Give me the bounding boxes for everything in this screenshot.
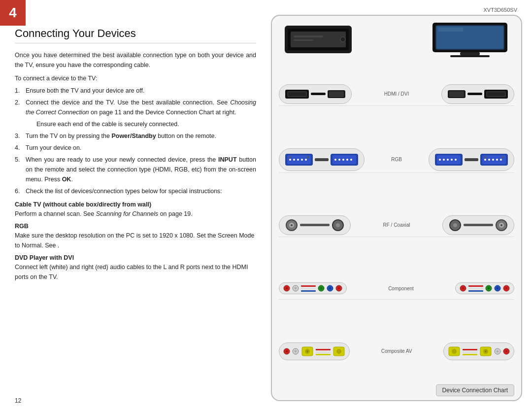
component-source-plugs [283,285,342,292]
comp-av-tv-white [494,348,501,355]
svg-point-53 [484,156,486,158]
svg-point-42 [447,159,449,161]
step-6-num: 6. [15,186,26,196]
svg-rect-4 [294,35,323,37]
svg-rect-18 [449,91,464,97]
hdmi-left [279,84,352,104]
rgb-title: RGB [15,223,256,230]
connection-sections: HDMI / DVI [279,62,514,382]
svg-point-50 [496,159,498,161]
step-6-text: Check the list of devices/connection typ… [26,186,256,196]
step-1: 1. Ensure both the TV and your device ar… [15,86,256,96]
dvd-title: DVD Player with DVI [15,254,256,261]
component-source-oval [279,282,347,294]
comp-av-white-plug [292,348,299,355]
comp-av-tv-yellow-port [448,345,461,358]
rf-cable [300,224,330,226]
vga-cable [315,158,329,161]
step-5-num: 5. [15,155,26,184]
cable-tv-section: Cable TV (without cable box/directly fro… [15,201,256,219]
comp-av-yellow-plug [301,345,314,358]
component-red-plug [283,285,290,292]
hdmi-row: HDMI / DVI [279,83,514,106]
right-diagram-panel: HDMI / DVI [271,15,522,401]
vga-source-plug [285,152,313,168]
svg-rect-10 [450,55,490,57]
svg-point-75 [462,287,464,289]
rf-source-plug [285,219,298,232]
hdmi-cable-left [311,93,326,95]
step-ensure: Ensure each end of the cable is securely… [26,119,256,129]
svg-point-25 [293,159,295,161]
svg-point-95 [485,350,487,352]
vga-cable-right [465,158,478,161]
step-3-num: 3. [15,131,26,141]
comp-av-red-plug [283,348,290,355]
comp-tv-r2 [503,285,510,292]
rf-tv-oval [442,215,514,235]
svg-rect-14 [288,92,306,96]
svg-point-71 [329,287,331,289]
svg-point-67 [295,287,297,289]
tv-device-icon [431,22,509,57]
svg-point-47 [484,159,486,161]
step-2-num: 2. [15,98,26,117]
rf-left [279,215,351,235]
to-connect-label: To connect a device to the TV: [15,75,256,82]
page-badge-number: 4 [9,6,17,20]
hdmi-source-oval [279,84,352,104]
svg-point-99 [505,350,507,352]
rf-label: RF / Coaxial [377,222,416,228]
svg-point-81 [505,287,507,289]
svg-point-79 [497,287,499,289]
step-2-text: Connect the device and the TV. Use the b… [26,98,256,117]
svg-point-83 [286,350,288,352]
bottom-page-number: 12 [15,397,21,404]
chart-label: Device Connection Chart [436,384,514,396]
rf-tv-port [449,219,462,232]
svg-point-33 [334,159,336,161]
hdmi-tv-plug [484,88,508,101]
svg-rect-21 [487,92,505,96]
svg-point-28 [305,159,307,161]
component-left [279,282,347,294]
component-right [455,282,514,294]
component-label: Component [381,286,421,291]
svg-point-52 [502,156,504,158]
svg-point-77 [488,287,490,289]
step-5-text: When you are ready to use your newly con… [26,155,256,184]
composite-tv-oval [443,342,514,360]
svg-point-92 [452,349,457,354]
rgb-section: RGB Make sure the desktop resolution on … [15,223,256,250]
svg-point-3 [340,37,345,42]
dvd-body: Connect left (white) and right (red) aud… [15,262,256,282]
svg-point-63 [500,224,502,226]
rf-right [442,215,514,235]
source-device-icon [284,22,353,57]
step-2: 2. Connect the device and the TV. Use th… [15,98,256,117]
page-badge: 4 [0,0,26,26]
step-ensure-text: Ensure each end of the cable is securely… [36,119,256,129]
hdmi-tv-port [448,89,466,99]
step-6: 6. Check the list of devices/connection … [15,186,256,196]
svg-point-65 [286,287,288,289]
hdmi-tv-oval [441,84,514,104]
step-4-text: Turn your device on. [26,143,256,153]
svg-point-24 [289,159,291,161]
hdmi-right [441,84,514,104]
svg-point-88 [306,350,308,352]
rgb-row: RGB [279,147,514,173]
rgb-right [429,148,514,171]
rf-tv-plug [495,219,508,232]
svg-rect-11 [438,28,463,32]
step-ensure-num [26,119,36,129]
svg-point-56 [291,224,293,226]
comp-cable-r [301,285,316,287]
hdmi-cable-right [467,93,482,95]
step-1-num: 1. [15,86,26,96]
svg-point-43 [451,159,453,161]
special-sections: Cable TV (without cable box/directly fro… [15,201,256,282]
component-blue-plug [327,285,333,292]
cable-tv-title: Cable TV (without cable box/directly fro… [15,201,256,208]
comp-cable-w [301,288,316,289]
